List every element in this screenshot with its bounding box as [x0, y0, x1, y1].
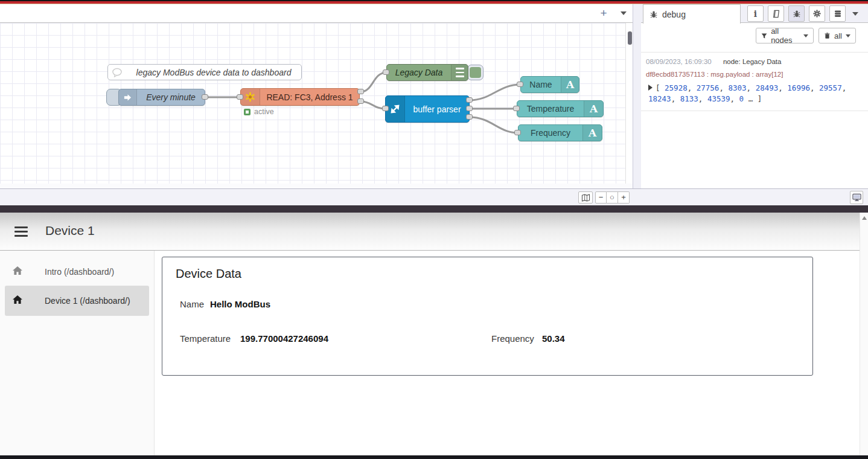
nav-item-device-1[interactable]: Device 1 (/dashboard/)	[5, 286, 149, 316]
status-ring-icon	[244, 109, 251, 115]
map-icon	[581, 194, 590, 202]
ui-text-name-input-port[interactable]	[517, 82, 523, 87]
bug-icon	[649, 10, 658, 19]
book-icon	[772, 10, 780, 18]
nav-item-intro[interactable]: Intro (/dashboard/)	[5, 258, 149, 285]
modbus-icon	[241, 89, 260, 105]
text-a-icon: A	[582, 125, 602, 141]
sidebar-splitter[interactable]	[633, 4, 641, 205]
modbus-read-node[interactable]: READ: FC3, Address 1	[240, 88, 360, 106]
navigator-toggle-button[interactable]	[578, 191, 593, 204]
parser-input-port[interactable]	[382, 106, 389, 111]
modbus-node-label: READ: FC3, Address 1	[260, 92, 359, 102]
ui-text-frequency-node[interactable]: Frequency A	[518, 124, 602, 141]
gear-icon	[812, 9, 822, 18]
screen: + legacy ModBus device data to dashboard	[0, 0, 868, 459]
window-separator	[0, 205, 868, 213]
debug-enable-toggle[interactable]	[467, 65, 483, 80]
ui-text-frequency-label: Frequency	[519, 128, 582, 138]
debug-message-payload[interactable]: [ 25928, 27756, 8303, 28493, 16996, 2955…	[646, 83, 863, 104]
zoom-out-button[interactable]: −	[595, 191, 607, 204]
frequency-field-label: Frequency	[491, 333, 534, 344]
home-icon	[12, 295, 23, 307]
open-debug-window-button[interactable]	[850, 191, 863, 204]
ui-text-temperature-node[interactable]: Temperature A	[517, 100, 604, 117]
ui-text-frequency-input-port[interactable]	[514, 130, 521, 135]
comment-node[interactable]: legacy ModBus device data to dashboard	[107, 64, 302, 80]
modbus-output-port-2[interactable]	[357, 98, 364, 104]
context-data-tab-button[interactable]	[829, 5, 846, 22]
scrollbar-thumb[interactable]	[628, 31, 632, 45]
text-a-icon: A	[561, 77, 579, 92]
debug-message-list: 08/09/2023, 16:09:30 node: Legacy Data d…	[641, 45, 868, 188]
info-icon: i	[754, 9, 757, 19]
comment-node-label: legacy ModBus device data to dashboard	[126, 68, 301, 77]
funnel-icon	[761, 33, 767, 39]
expand-caret-icon[interactable]	[648, 85, 653, 91]
clear-messages-button[interactable]: all	[819, 28, 856, 43]
buffer-parser-node[interactable]: buffer parser	[385, 95, 470, 123]
debug-message-timestamp: 08/09/2023, 16:09:30	[646, 58, 712, 65]
name-field-label: Name	[180, 299, 204, 309]
hamburger-menu-icon[interactable]	[14, 226, 28, 240]
tab-debug[interactable]: debug	[643, 4, 741, 24]
debug-message-source[interactable]: node: Legacy Data	[723, 58, 782, 65]
parser-output-port-2[interactable]	[466, 106, 473, 111]
inject-arrow-icon	[119, 89, 137, 105]
dashboard-nav: Intro (/dashboard/) Device 1 (/dashboard…	[0, 251, 155, 455]
debug-sidebar: debug i all nodes	[641, 4, 868, 188]
caret-down-icon	[846, 34, 850, 37]
workspace-tabbar: +	[0, 4, 633, 23]
comment-icon	[108, 65, 126, 80]
inject-node[interactable]: Every minute	[118, 89, 205, 106]
info-tab-button[interactable]: i	[747, 5, 764, 22]
scroll-up-arrow-icon[interactable]	[862, 216, 867, 220]
filter-nodes-button[interactable]: all nodes	[756, 28, 814, 43]
dashboard-title: Device 1	[45, 223, 95, 238]
zoom-reset-button[interactable]: ○	[607, 191, 618, 204]
editor-footer: − ○ +	[0, 188, 868, 205]
parser-output-port-3[interactable]	[466, 114, 473, 120]
monitor-icon	[852, 193, 861, 202]
debug-toggle-indicator	[470, 67, 481, 78]
clear-messages-label: all	[834, 31, 842, 40]
modbus-output-port-1[interactable]	[357, 89, 364, 94]
ui-text-temperature-label: Temperature	[517, 104, 584, 114]
debug-message[interactable]: 08/09/2023, 16:09:30 node: Legacy Data d…	[641, 52, 868, 111]
flow-list-caret-icon[interactable]	[621, 11, 627, 15]
parser-node-label: buffer parser	[405, 104, 469, 114]
modbus-node-status: active	[244, 108, 274, 116]
dashboard-header: Device 1	[0, 213, 868, 251]
parser-output-port-1[interactable]	[466, 97, 473, 103]
nav-item-intro-label: Intro (/dashboard/)	[45, 267, 114, 277]
canvas-horizontal-scrollbar[interactable]	[0, 184, 633, 188]
help-tab-button[interactable]	[768, 5, 784, 22]
ui-text-name-label: Name	[521, 80, 561, 89]
canvas-vertical-scrollbar[interactable]	[625, 23, 633, 184]
debug-tab-button[interactable]	[788, 5, 805, 22]
modbus-input-port[interactable]	[237, 94, 243, 100]
debug-input-port[interactable]	[383, 69, 389, 75]
ui-text-name-node[interactable]: Name A	[520, 76, 579, 93]
window-bottom-edge	[0, 455, 868, 459]
card-title: Device Data	[176, 267, 241, 281]
zoom-controls: − ○ +	[595, 191, 630, 204]
temperature-field-label: Temperature	[180, 333, 231, 344]
zoom-in-button[interactable]: +	[618, 191, 630, 204]
caret-down-icon	[803, 34, 808, 37]
debug-legacy-data-node[interactable]: Legacy Data	[386, 64, 468, 81]
flow-canvas[interactable]: legacy ModBus device data to dashboard E…	[0, 23, 625, 184]
filter-nodes-label: all nodes	[771, 27, 800, 45]
frequency-field-value: 50.34	[542, 333, 565, 344]
config-nodes-tab-button[interactable]	[809, 5, 825, 22]
inject-node-label: Every minute	[137, 92, 205, 102]
database-icon	[834, 10, 842, 18]
dashboard-scrollbar[interactable]	[860, 213, 868, 455]
debug-filter-row: all nodes all	[641, 23, 868, 45]
add-flow-button[interactable]: +	[596, 6, 611, 21]
text-a-icon: A	[584, 101, 603, 117]
sidebar-menu-caret-icon[interactable]	[852, 12, 858, 16]
device-data-card: Device Data Name Hello ModBus Temperatur…	[162, 257, 813, 376]
inject-output-port[interactable]	[202, 94, 208, 100]
ui-text-temperature-input-port[interactable]	[513, 106, 520, 111]
